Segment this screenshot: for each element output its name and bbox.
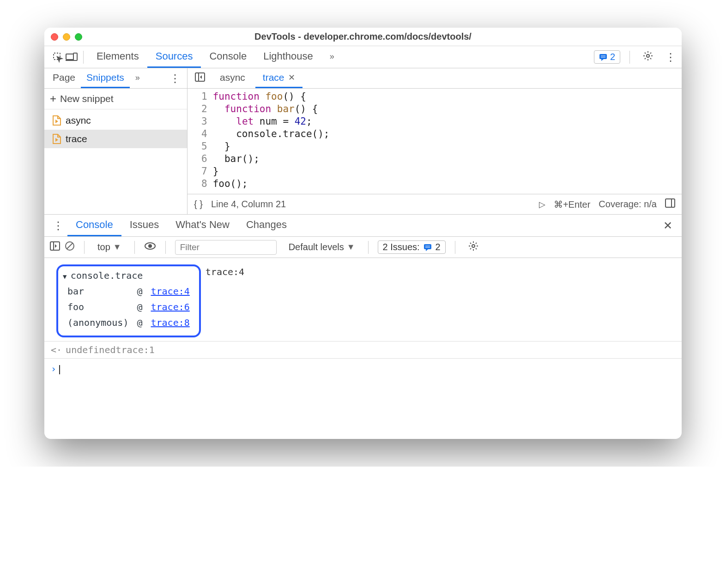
message-source-link[interactable]: trace:1	[115, 344, 154, 355]
nav-tab-page[interactable]: Page	[47, 68, 81, 88]
editor-tab-async[interactable]: async	[212, 68, 253, 88]
snippet-item-trace[interactable]: trace	[44, 130, 187, 148]
snippet-item-label: async	[66, 115, 91, 126]
svg-rect-10	[666, 199, 675, 207]
navigator-more-icon[interactable]: ⋮	[166, 72, 184, 85]
main-toolbar: Elements Sources Console Lighthouse » 2 …	[44, 46, 682, 68]
svg-rect-4	[599, 54, 607, 59]
drawer-tab-issues[interactable]: Issues	[121, 215, 168, 236]
navigator-tabs: Page Snippets » ⋮	[44, 68, 187, 89]
frame-location-link[interactable]: trace:4	[151, 286, 190, 297]
stack-trace-group[interactable]: console.trace bar @ trace:4 foo @ trace:…	[56, 264, 201, 337]
tab-lighthouse[interactable]: Lighthouse	[255, 46, 321, 68]
message-source-link[interactable]: trace:4	[206, 266, 244, 277]
chevron-down-icon: ▼	[347, 242, 355, 252]
svg-rect-1	[66, 54, 73, 60]
titlebar: DevTools - developer.chrome.com/docs/dev…	[44, 28, 682, 46]
stack-frame: (anonymous) @ trace:8	[64, 315, 194, 330]
drawer-tabs: ⋮ Console Issues What's New Changes ✕	[44, 215, 682, 237]
context-label: top	[97, 242, 110, 252]
frame-function: foo	[64, 300, 132, 314]
clear-console-icon[interactable]	[65, 241, 75, 253]
toggle-navigator-icon[interactable]	[190, 72, 210, 84]
message-icon	[599, 53, 607, 61]
issues-indicator[interactable]: 2	[594, 50, 620, 64]
line-gutter: 12345678	[188, 90, 213, 190]
frame-location-link[interactable]: trace:6	[151, 301, 190, 312]
run-snippet-icon[interactable]: ▷	[539, 199, 545, 210]
console-filter-input[interactable]	[175, 240, 277, 255]
stack-frame: bar @ trace:4	[64, 284, 194, 299]
editor-statusbar: { } Line 4, Column 21 ▷ ⌘+Enter Coverage…	[188, 194, 682, 214]
sources-split: Page Snippets » ⋮ + New snippet async	[44, 68, 682, 215]
svg-line-15	[67, 243, 73, 249]
svg-rect-3	[73, 53, 77, 60]
svg-point-21	[472, 245, 475, 247]
console-settings-icon[interactable]	[465, 241, 482, 254]
plus-icon: +	[50, 93, 56, 104]
console-output: console.trace bar @ trace:4 foo @ trace:…	[44, 258, 682, 439]
nav-tabs-overflow-icon[interactable]: »	[130, 68, 145, 88]
stack-trace-table: bar @ trace:4 foo @ trace:6 (anonymous) …	[63, 283, 194, 331]
drawer-tab-changes[interactable]: Changes	[238, 215, 295, 236]
result-value: undefined	[66, 344, 115, 355]
console-issues-button[interactable]: 2 Issues: 2	[378, 240, 446, 254]
console-toolbar: top ▼ Default levels ▼ 2 Issues: 2	[44, 237, 682, 258]
more-icon[interactable]: ⋮	[661, 51, 680, 64]
tab-elements[interactable]: Elements	[88, 46, 147, 68]
code-content: function foo() { function bar() { let nu…	[213, 90, 339, 190]
live-expression-icon[interactable]	[144, 242, 156, 252]
frame-at: @	[133, 300, 146, 314]
devtools-window: DevTools - developer.chrome.com/docs/dev…	[44, 28, 682, 439]
snippet-item-async[interactable]: async	[44, 111, 187, 130]
frame-function: bar	[64, 284, 132, 299]
console-sidebar-toggle-icon[interactable]	[50, 241, 60, 253]
frame-location-link[interactable]: trace:8	[151, 317, 190, 328]
execution-context-selector[interactable]: top ▼	[94, 241, 125, 253]
device-toolbar-icon[interactable]	[65, 53, 79, 62]
log-levels-selector[interactable]: Default levels ▼	[285, 241, 359, 253]
message-icon	[424, 243, 432, 252]
toggle-sidebar-icon[interactable]	[665, 198, 675, 210]
svg-point-7	[647, 54, 649, 57]
tabs-overflow-icon[interactable]: »	[321, 46, 343, 68]
editor-tab-label: async	[220, 72, 245, 83]
frame-function: (anonymous)	[64, 315, 132, 330]
chevron-down-icon: ▼	[113, 242, 121, 252]
frame-at: @	[133, 284, 146, 299]
editor-panel: async trace ✕ 12345678 function foo() { …	[188, 68, 682, 214]
drawer-tab-whatsnew[interactable]: What's New	[167, 215, 238, 236]
return-arrow-icon: <·	[51, 344, 62, 355]
snippet-list: async trace	[44, 109, 187, 148]
code-area[interactable]: 12345678 function foo() { function bar()…	[188, 89, 682, 194]
drawer-tab-console[interactable]: Console	[67, 215, 121, 236]
new-snippet-label: New snippet	[60, 93, 114, 104]
tab-sources[interactable]: Sources	[147, 46, 201, 68]
navigator-panel: Page Snippets » ⋮ + New snippet async	[44, 68, 188, 214]
new-snippet-button[interactable]: + New snippet	[44, 89, 187, 109]
snippet-file-icon	[53, 115, 61, 126]
drawer-more-icon[interactable]: ⋮	[49, 219, 67, 232]
window-title: DevTools - developer.chrome.com/docs/dev…	[44, 31, 682, 42]
snippet-file-icon	[53, 134, 61, 144]
nav-tab-snippets[interactable]: Snippets	[81, 68, 130, 88]
pretty-print-icon[interactable]: { }	[194, 199, 203, 210]
trace-label[interactable]: console.trace	[63, 270, 194, 281]
stack-frame: foo @ trace:6	[64, 300, 194, 314]
close-drawer-icon[interactable]: ✕	[659, 219, 677, 232]
issues-label: 2 Issues:	[383, 242, 420, 252]
issues-count: 2	[436, 242, 441, 252]
console-result-row: <· undefined trace:1	[44, 341, 682, 359]
inspect-icon[interactable]	[51, 52, 65, 62]
svg-point-17	[149, 245, 151, 247]
run-shortcut: ⌘+Enter	[554, 199, 590, 210]
snippet-item-label: trace	[66, 133, 87, 144]
tab-console[interactable]: Console	[201, 46, 255, 68]
svg-rect-18	[424, 244, 431, 249]
editor-tab-label: trace	[263, 72, 284, 83]
editor-tab-trace[interactable]: trace ✕	[255, 68, 302, 88]
settings-icon[interactable]	[639, 51, 657, 64]
console-prompt[interactable]: ›	[44, 359, 682, 439]
close-tab-icon[interactable]: ✕	[288, 72, 295, 83]
panel-tabs: Elements Sources Console Lighthouse »	[88, 46, 343, 68]
